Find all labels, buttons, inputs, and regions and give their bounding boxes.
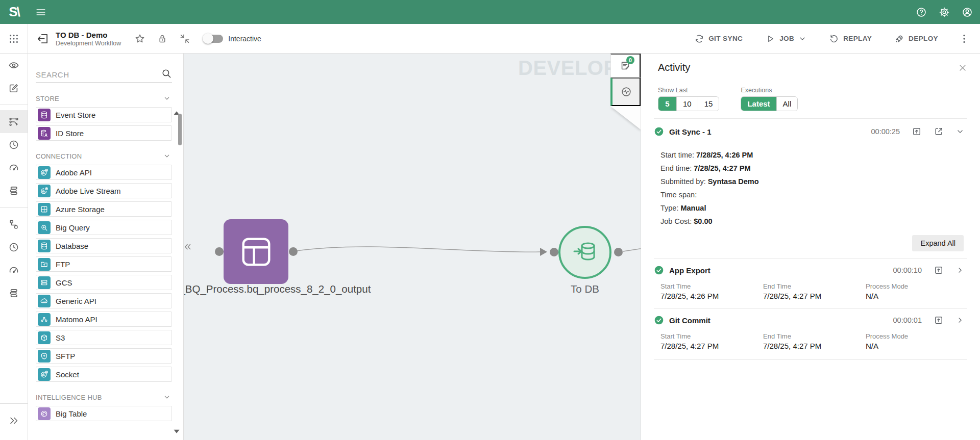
apps-grid-button[interactable] <box>8 33 19 44</box>
palette-item[interactable]: GCS <box>36 275 172 290</box>
sidebar-scrollbar-thumb[interactable] <box>178 114 182 145</box>
search-row <box>36 68 172 83</box>
cloud-api-icon <box>38 295 51 307</box>
palette-item[interactable]: Socket <box>36 367 172 382</box>
toolbar-action-button[interactable]: GIT SYNC <box>694 34 743 44</box>
expand-rail-button[interactable] <box>0 409 28 432</box>
hamburger-menu-button[interactable] <box>32 4 50 21</box>
interactive-toggle[interactable] <box>204 35 223 43</box>
workflow-canvas[interactable]: DEVELOPMENT e_BQ_Process.bq_process_8_2_… <box>184 54 641 440</box>
kebab-icon <box>959 33 970 44</box>
rail-item[interactable] <box>0 236 28 258</box>
export-log-button[interactable] <box>934 265 944 275</box>
palette-item[interactable]: ID Store <box>36 125 172 141</box>
export-icon <box>934 265 944 275</box>
rail-item[interactable] <box>0 207 28 208</box>
palette-item[interactable]: Event Store <box>36 107 172 122</box>
rail-item[interactable] <box>0 105 28 105</box>
rail-item[interactable] <box>0 156 28 179</box>
section-header-intelligence-hub[interactable]: INTELLIGENCE HUB <box>36 393 171 401</box>
rail-item[interactable] <box>0 179 28 202</box>
to-db-node[interactable] <box>558 226 611 279</box>
close-panel-button[interactable] <box>958 63 968 73</box>
segment-option[interactable]: Latest <box>741 97 776 111</box>
node-port[interactable] <box>215 247 224 256</box>
search-icon[interactable] <box>161 68 172 79</box>
workflow-exit-icon <box>36 32 50 45</box>
palette-item[interactable]: FTP <box>36 256 172 272</box>
sub-run-column: End Time 7/28/25, 4:27 PM <box>763 282 866 300</box>
process-output-node[interactable] <box>224 219 288 284</box>
palette-item[interactable]: SFTP <box>36 348 172 364</box>
section-header-store[interactable]: STORE <box>36 94 171 102</box>
expand-sub-run-button[interactable] <box>955 316 965 325</box>
topbar-icon-button[interactable] <box>916 7 927 18</box>
palette-item[interactable]: Matomo API <box>36 312 172 327</box>
hub-item-list: Big Table <box>36 406 172 421</box>
show-last-label: Show Last <box>658 87 719 94</box>
rail-item[interactable] <box>0 281 28 304</box>
node-port[interactable] <box>289 247 298 256</box>
rail-item[interactable] <box>0 213 28 236</box>
rail-item[interactable] <box>0 258 28 281</box>
left-icon-rail <box>0 54 28 440</box>
palette-item[interactable]: Adobe API <box>36 165 172 180</box>
open-in-new-button[interactable] <box>934 126 944 137</box>
sub-run-columns: Start Time 7/28/25, 4:26 PM End Time 7/2… <box>654 275 967 301</box>
palette-item[interactable]: Big Query <box>36 220 172 235</box>
run-detail-line: Start time:7/28/25, 4:26 PM <box>660 148 980 162</box>
favorite-button[interactable] <box>134 33 145 44</box>
help-icon <box>916 7 927 18</box>
executions-segmented: Latest All <box>741 96 798 111</box>
node-port[interactable] <box>614 248 623 256</box>
sub-run-column: Process Mode N/A <box>866 332 967 350</box>
palette-item[interactable]: S3 <box>36 330 172 345</box>
segment-option[interactable]: 15 <box>698 97 719 111</box>
expand-sub-run-button[interactable] <box>955 266 965 275</box>
chevron-down-icon <box>163 393 171 401</box>
toolbar-action-button[interactable]: JOB <box>765 34 806 44</box>
search-input[interactable] <box>36 70 161 79</box>
rail-item[interactable] <box>0 54 28 76</box>
node-port[interactable] <box>550 248 558 256</box>
toolbar-more-button[interactable] <box>959 33 970 44</box>
palette-item[interactable]: Big Table <box>36 406 172 421</box>
sub-run-git-commit: Git Commit 00:00:01 Start Time 7/28/25, … <box>654 308 967 360</box>
rail-item[interactable] <box>0 110 28 133</box>
section-header-connection[interactable]: CONNECTION <box>36 152 171 160</box>
palette-item[interactable]: Generic API <box>36 293 172 308</box>
shield-plus-icon <box>38 350 51 363</box>
notes-tab[interactable]: 0 <box>610 54 641 77</box>
segment-option[interactable]: 10 <box>677 97 698 111</box>
replay-icon <box>829 34 839 44</box>
table-icon <box>239 235 273 269</box>
collapse-run-button[interactable] <box>955 127 965 136</box>
sub-run-name: Git Commit <box>669 316 710 325</box>
expand-all-button[interactable]: Expand All <box>912 235 964 251</box>
database-user-icon <box>38 127 51 140</box>
toolbar-action-button[interactable]: REPLAY <box>829 34 872 44</box>
sidebar-collapse-handle[interactable] <box>184 241 193 254</box>
toolbar-action-button[interactable]: DEPLOY <box>894 34 938 44</box>
export-log-button[interactable] <box>912 126 922 137</box>
topbar-right-icons <box>916 7 980 18</box>
play-icon <box>765 34 775 44</box>
swirl-icon <box>38 407 51 420</box>
segment-option[interactable]: All <box>777 97 798 111</box>
palette-item[interactable]: Database <box>36 238 172 253</box>
collapse-diagram-button[interactable] <box>179 33 190 44</box>
segment-option[interactable]: 5 <box>658 97 677 111</box>
topbar-icon-button[interactable] <box>962 7 973 18</box>
triangle-down-icon <box>171 426 182 437</box>
export-log-button[interactable] <box>934 315 944 325</box>
topbar-icon-button[interactable] <box>939 7 950 18</box>
rocket-icon <box>894 34 904 44</box>
rail-item[interactable] <box>0 76 28 99</box>
activity-tab[interactable] <box>610 77 641 106</box>
lock-button[interactable] <box>157 33 168 44</box>
palette-item[interactable]: Azure Storage <box>36 201 172 217</box>
workflow-back-button[interactable] <box>36 32 50 45</box>
scrollbar-down-arrow[interactable] <box>171 426 182 437</box>
palette-item[interactable]: Adobe Live Stream <box>36 183 172 198</box>
rail-item[interactable] <box>0 133 28 156</box>
